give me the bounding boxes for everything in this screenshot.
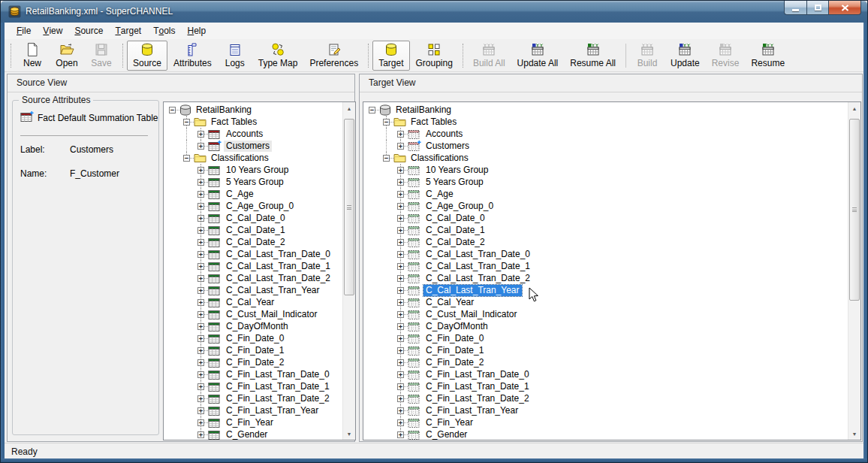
tree-row-c-fin-last-tran-date-0[interactable]: +C_Fin_Last_Tran_Date_0: [165, 368, 342, 380]
tree-row-classifications[interactable]: −Classifications: [365, 152, 848, 164]
expand-icon[interactable]: +: [397, 215, 404, 222]
expand-icon[interactable]: +: [197, 311, 204, 318]
expand-icon[interactable]: +: [397, 299, 404, 306]
tree-node-label[interactable]: C_Fin_Date_1: [423, 345, 486, 356]
tree-row-c-dayofmonth[interactable]: +C_DayOfMonth: [365, 320, 848, 332]
tree-row-c-cal-date-0[interactable]: +C_Cal_Date_0: [165, 212, 342, 224]
tree-row-accounts[interactable]: +Accounts: [165, 128, 342, 140]
expand-icon[interactable]: +: [397, 191, 404, 198]
expand-icon[interactable]: +: [397, 167, 404, 174]
expand-icon[interactable]: +: [197, 179, 204, 186]
tree-node-label[interactable]: C_Cal_Date_2: [423, 237, 487, 248]
tree-node-label[interactable]: C_Cust_Mail_Indicator: [423, 309, 519, 320]
scrollbar-thumb[interactable]: [849, 119, 860, 301]
menu-target[interactable]: Target: [109, 23, 147, 39]
tree-row-10-years-group[interactable]: +10 Years Group: [165, 164, 342, 176]
tree-node-label[interactable]: C_Cust_Mail_Indicator: [224, 309, 319, 320]
tree-node-label[interactable]: 5 Years Group: [423, 177, 486, 188]
tree-row-c-cal-year[interactable]: +C_Cal_Year: [165, 296, 342, 308]
tree-node-label[interactable]: C_Fin_Last_Tran_Date_1: [423, 381, 532, 392]
tree-row-c-cal-date-1[interactable]: +C_Cal_Date_1: [365, 224, 848, 236]
attributes-button[interactable]: Attributes: [167, 41, 218, 71]
tree-row-c-fin-last-tran-date-2[interactable]: +C_Fin_Last_Tran_Date_2: [365, 392, 848, 404]
tree-row-c-cal-last-tran-date-1[interactable]: +C_Cal_Last_Tran_Date_1: [165, 260, 342, 272]
expand-icon[interactable]: +: [197, 275, 204, 282]
collapse-icon[interactable]: −: [183, 119, 190, 126]
resume-button[interactable]: Resume: [745, 41, 791, 71]
expand-icon[interactable]: +: [197, 203, 204, 210]
new-button[interactable]: New: [15, 41, 50, 71]
tree-row-c-fin-date-0[interactable]: +C_Fin_Date_0: [165, 332, 342, 344]
expand-icon[interactable]: +: [397, 239, 404, 246]
tree-node-label[interactable]: 10 Years Group: [224, 165, 291, 176]
tree-row-c-fin-last-tran-date-1[interactable]: +C_Fin_Last_Tran_Date_1: [365, 380, 848, 392]
expand-icon[interactable]: +: [197, 215, 204, 222]
expand-icon[interactable]: +: [397, 395, 404, 402]
tree-row-fact-tables[interactable]: −Fact Tables: [365, 116, 848, 128]
expand-icon[interactable]: +: [397, 407, 404, 414]
expand-icon[interactable]: +: [197, 383, 204, 390]
menu-file[interactable]: File: [11, 23, 37, 39]
tree-node-label[interactable]: C_Fin_Date_1: [224, 345, 286, 356]
update-button[interactable]: Update: [665, 41, 706, 71]
scroll-up-arrow-icon[interactable]: ▲: [343, 102, 355, 114]
tree-row-retailbanking[interactable]: −RetailBanking: [365, 104, 848, 116]
tree-node-label[interactable]: Fact Tables: [408, 117, 459, 128]
expand-icon[interactable]: +: [397, 251, 404, 258]
tree-node-label[interactable]: Fact Tables: [209, 117, 259, 128]
tree-row-c-cal-date-2[interactable]: +C_Cal_Date_2: [165, 236, 342, 248]
tree-row-c-cal-last-tran-date-1[interactable]: +C_Cal_Last_Tran_Date_1: [365, 260, 848, 272]
tree-node-label[interactable]: C_Fin_Last_Tran_Date_1: [224, 381, 332, 392]
expand-icon[interactable]: +: [197, 299, 204, 306]
menu-view[interactable]: View: [37, 23, 68, 39]
expand-icon[interactable]: +: [397, 203, 404, 210]
tree-row-fact-tables[interactable]: −Fact Tables: [165, 116, 342, 128]
tree-node-label[interactable]: C_Cal_Last_Tran_Date_1: [423, 261, 532, 272]
target-tree-scrollbar[interactable]: ▲ ▼: [848, 102, 860, 440]
tree-node-label[interactable]: RetailBanking: [393, 104, 454, 116]
expand-icon[interactable]: +: [197, 407, 204, 414]
expand-icon[interactable]: +: [397, 263, 404, 270]
scroll-down-arrow-icon[interactable]: ▼: [343, 428, 355, 440]
expand-icon[interactable]: +: [397, 275, 404, 282]
expand-icon[interactable]: +: [197, 323, 204, 330]
expand-icon[interactable]: +: [397, 179, 404, 186]
resume-all-button[interactable]: Resume All: [564, 41, 622, 71]
tree-row-c-cal-year[interactable]: +C_Cal_Year: [365, 296, 848, 308]
expand-icon[interactable]: +: [197, 347, 204, 354]
tree-row-c-fin-date-1[interactable]: +C_Fin_Date_1: [165, 344, 342, 356]
tree-node-label[interactable]: C_Cal_Last_Tran_Date_0: [423, 249, 532, 260]
expand-icon[interactable]: +: [197, 359, 204, 366]
tree-row-c-cal-last-tran-year[interactable]: +C_Cal_Last_Tran_Year: [365, 284, 848, 296]
expand-icon[interactable]: +: [397, 347, 404, 354]
tree-node-label[interactable]: C_Age_Group_0: [224, 201, 296, 212]
type-map-button[interactable]: Type Map: [252, 41, 304, 71]
expand-icon[interactable]: +: [397, 143, 404, 150]
tree-row-c-age[interactable]: +C_Age: [365, 188, 848, 200]
target-button[interactable]: Target: [372, 41, 409, 71]
tree-node-label[interactable]: Classifications: [209, 153, 271, 164]
expand-icon[interactable]: +: [397, 323, 404, 330]
expand-icon[interactable]: +: [197, 263, 204, 270]
expand-icon[interactable]: +: [397, 359, 404, 366]
tree-row-c-gender[interactable]: +C_Gender: [165, 428, 342, 440]
tree-row-c-cust-mail-indicator[interactable]: +C_Cust_Mail_Indicator: [165, 308, 342, 320]
tree-row-c-fin-last-tran-date-0[interactable]: +C_Fin_Last_Tran_Date_0: [365, 368, 848, 380]
expand-icon[interactable]: +: [197, 395, 204, 402]
expand-icon[interactable]: +: [197, 131, 204, 138]
tree-row-10-years-group[interactable]: +10 Years Group: [365, 164, 848, 176]
tree-row-c-age[interactable]: +C_Age: [165, 188, 342, 200]
tree-row-c-gender[interactable]: +C_Gender: [365, 428, 848, 440]
tree-node-label[interactable]: C_Fin_Date_0: [224, 333, 286, 344]
tree-node-label[interactable]: Classifications: [408, 153, 471, 164]
tree-node-label[interactable]: C_Cal_Date_0: [423, 213, 487, 224]
tree-row-c-age-group-0[interactable]: +C_Age_Group_0: [365, 200, 848, 212]
tree-node-label[interactable]: C_Age: [224, 189, 256, 200]
update-all-button[interactable]: Update All: [511, 41, 565, 71]
tree-row-c-cust-mail-indicator[interactable]: +C_Cust_Mail_Indicator: [365, 308, 848, 320]
tree-node-label[interactable]: C_Cal_Year: [224, 297, 276, 308]
expand-icon[interactable]: +: [397, 131, 404, 138]
tree-node-label[interactable]: C_Cal_Last_Tran_Date_2: [224, 273, 333, 284]
tree-row-c-fin-year[interactable]: +C_Fin_Year: [365, 416, 848, 428]
expand-icon[interactable]: +: [197, 143, 204, 150]
